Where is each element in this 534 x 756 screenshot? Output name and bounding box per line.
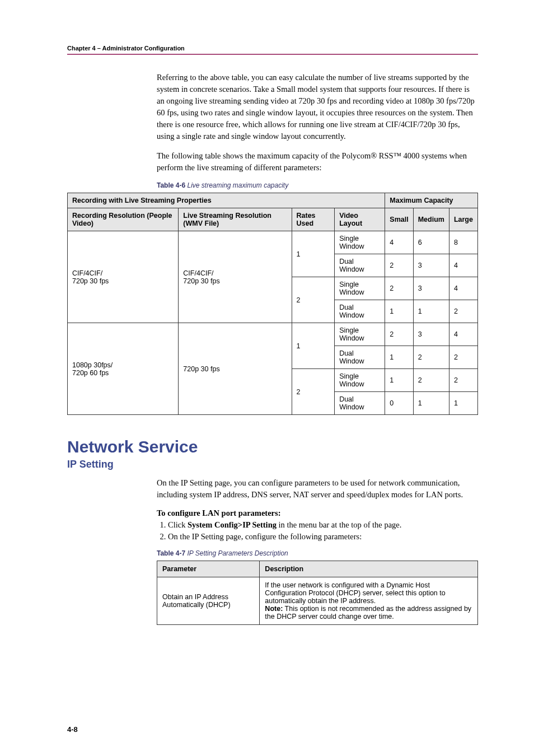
cell-layout: Dual Window xyxy=(335,346,385,369)
subsection-title-ip-setting: IP Setting xyxy=(67,459,478,470)
cell-large: 2 xyxy=(449,369,477,392)
step-1-pre: Click xyxy=(168,520,188,529)
cell-medium: 1 xyxy=(413,300,449,323)
cell-medium: 2 xyxy=(413,346,449,369)
table-row: CIF/4CIF/ 720p 30 fps CIF/4CIF/ 720p 30 … xyxy=(68,231,478,254)
cell-layout: Single Window xyxy=(335,231,385,254)
cell-desc-dhcp: If the user network is configured with a… xyxy=(260,577,478,625)
cell-large: 4 xyxy=(449,277,477,300)
cell-small: 2 xyxy=(385,254,413,277)
step-1: Click System Config>IP Setting in the me… xyxy=(168,520,478,530)
cell-large: 2 xyxy=(449,300,477,323)
th-live-res: Live Streaming Resolution (WMV File) xyxy=(179,208,292,231)
cell-large: 4 xyxy=(449,254,477,277)
cell-layout: Dual Window xyxy=(335,254,385,277)
cell-medium: 3 xyxy=(413,323,449,346)
cell-medium: 1 xyxy=(413,392,449,415)
cell-small: 2 xyxy=(385,277,413,300)
chapter-header: Chapter 4 – Administrator Configuration xyxy=(67,45,478,52)
page-number: 4-8 xyxy=(67,725,78,734)
cell-live-res-1: CIF/4CIF/ 720p 30 fps xyxy=(179,231,292,323)
cell-rate: 2 xyxy=(292,369,335,415)
th-large: Large xyxy=(449,208,477,231)
cell-small: 1 xyxy=(385,346,413,369)
th-video-layout: Video Layout xyxy=(335,208,385,231)
table-row: 1080p 30fps/ 720p 60 fps 720p 30 fps 1 S… xyxy=(68,323,478,346)
ip-setting-paragraph: On the IP Setting page, you can configur… xyxy=(157,477,478,501)
th-description: Description xyxy=(260,561,478,577)
cell-small: 2 xyxy=(385,323,413,346)
cell-layout: Dual Window xyxy=(335,392,385,415)
desc-text-main: If the user network is configured with a… xyxy=(265,581,445,605)
cell-medium: 2 xyxy=(413,369,449,392)
desc-note-label: Note: xyxy=(265,605,283,613)
cell-large: 1 xyxy=(449,392,477,415)
table-4-7: Parameter Description Obtain an IP Addre… xyxy=(157,561,478,625)
table-4-6-caption: Table 4-6 Live streaming maximum capacit… xyxy=(157,181,478,189)
cell-rec-res-2: 1080p 30fps/ 720p 60 fps xyxy=(68,323,179,415)
cell-small: 1 xyxy=(385,300,413,323)
th-small: Small xyxy=(385,208,413,231)
section-title-network-service: Network Service xyxy=(67,437,478,456)
cell-large: 8 xyxy=(449,231,477,254)
cell-small: 1 xyxy=(385,369,413,392)
cell-large: 4 xyxy=(449,323,477,346)
desc-note-body: This option is not recommended as the ad… xyxy=(265,605,471,620)
header-divider xyxy=(67,54,478,55)
cell-layout: Dual Window xyxy=(335,300,385,323)
caption-bold: Table 4-6 xyxy=(157,181,185,189)
th-recording-res: Recording Resolution (People Video) xyxy=(68,208,179,231)
intro-paragraph-1: Referring to the above table, you can ea… xyxy=(157,72,478,142)
cell-layout: Single Window xyxy=(335,277,385,300)
step-1-bold: System Config>IP Setting xyxy=(188,520,277,529)
cell-large: 2 xyxy=(449,346,477,369)
th-recording-group: Recording with Live Streaming Properties xyxy=(68,193,385,208)
intro-paragraph-2: The following table shows the maximum ca… xyxy=(157,150,478,174)
th-capacity-group: Maximum Capacity xyxy=(385,193,478,208)
cell-rec-res-1: CIF/4CIF/ 720p 30 fps xyxy=(68,231,179,323)
table-row: Obtain an IP Address Automatically (DHCP… xyxy=(157,577,478,625)
cell-medium: 6 xyxy=(413,231,449,254)
step-1-post: in the menu bar at the top of the page. xyxy=(277,520,401,529)
step-2: On the IP Setting page, configure the fo… xyxy=(168,532,478,542)
th-medium: Medium xyxy=(413,208,449,231)
cell-small: 0 xyxy=(385,392,413,415)
th-parameter: Parameter xyxy=(157,561,260,577)
table-4-6: Recording with Live Streaming Properties… xyxy=(67,193,478,415)
cell-layout: Single Window xyxy=(335,323,385,346)
cell-layout: Single Window xyxy=(335,369,385,392)
cell-medium: 3 xyxy=(413,277,449,300)
caption-bold: Table 4-7 xyxy=(157,549,185,557)
table-4-7-caption: Table 4-7 IP Setting Parameters Descript… xyxy=(157,549,478,557)
cell-medium: 3 xyxy=(413,254,449,277)
cell-small: 4 xyxy=(385,231,413,254)
caption-italic: Live streaming maximum capacity xyxy=(185,181,288,189)
cell-rate: 1 xyxy=(292,323,335,369)
cell-rate: 2 xyxy=(292,277,335,323)
steps-header: To configure LAN port parameters: xyxy=(157,508,478,518)
cell-param-dhcp: Obtain an IP Address Automatically (DHCP… xyxy=(157,577,260,625)
cell-rate: 1 xyxy=(292,231,335,277)
cell-live-res-2: 720p 30 fps xyxy=(179,323,292,415)
th-rates-used: Rates Used xyxy=(292,208,335,231)
caption-italic: IP Setting Parameters Description xyxy=(185,549,288,557)
steps-list: Click System Config>IP Setting in the me… xyxy=(157,520,478,542)
